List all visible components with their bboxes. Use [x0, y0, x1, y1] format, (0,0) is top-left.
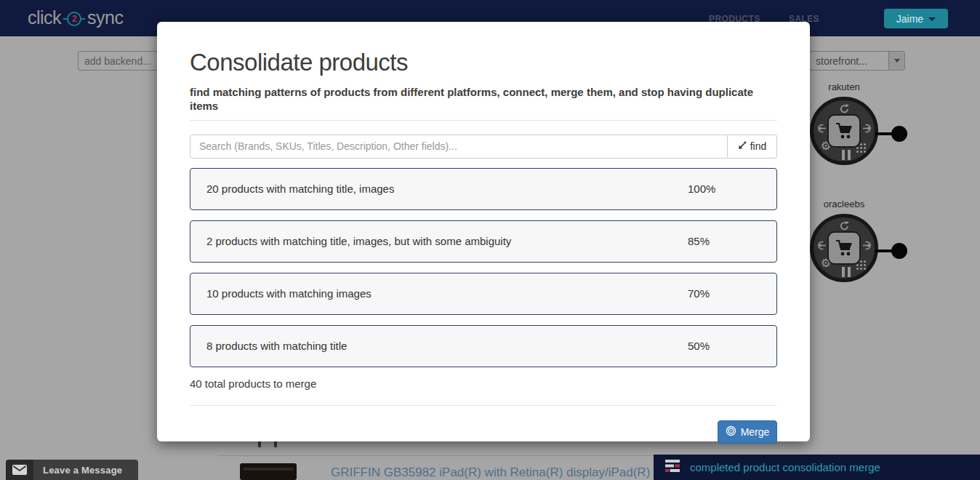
- divider: [190, 120, 777, 121]
- group-match-percent: 100%: [688, 183, 715, 195]
- sync-orb-icon: 2: [67, 12, 81, 26]
- match-groups: 20 products with matching title, images …: [190, 168, 777, 367]
- user-name: Jaime: [896, 13, 923, 25]
- logo-suffix: sync: [87, 7, 123, 28]
- envelope-icon: [6, 460, 33, 480]
- group-match-percent: 50%: [688, 340, 710, 352]
- group-label: 20 products with matching title, images: [206, 183, 394, 195]
- group-label: 2 products with matching title, images, …: [206, 235, 511, 247]
- search-input[interactable]: [190, 135, 728, 159]
- modal-subtitle: find matching patterns of products from …: [190, 85, 777, 113]
- logo-prefix: click: [28, 7, 61, 28]
- match-group-row[interactable]: 10 products with matching images 70%: [190, 273, 777, 315]
- merge-button[interactable]: Merge: [718, 420, 777, 444]
- match-group-row[interactable]: 8 products with matching title 50%: [190, 325, 777, 367]
- consolidate-products-modal: Consolidate products find matching patte…: [157, 22, 810, 441]
- find-button[interactable]: find: [728, 135, 777, 159]
- task-list-icon: [665, 460, 680, 475]
- match-group-row[interactable]: 20 products with matching title, images …: [190, 168, 777, 210]
- total-products-label: 40 total products to merge: [190, 377, 777, 390]
- divider: [190, 405, 777, 406]
- notification-bar[interactable]: completed product consolidation merge: [654, 455, 980, 480]
- search-group: find: [190, 135, 777, 159]
- compress-arrow-icon: [738, 140, 747, 152]
- concentric-circles-icon: [726, 425, 736, 439]
- chat-label: Leave a Message: [43, 465, 122, 476]
- caret-down-icon: [928, 17, 936, 21]
- group-label: 10 products with matching images: [206, 287, 371, 300]
- modal-title: Consolidate products: [190, 48, 777, 77]
- group-label: 8 products with matching title: [206, 340, 347, 352]
- modal-footer: Merge: [190, 420, 777, 444]
- find-label: find: [750, 140, 767, 152]
- app-logo[interactable]: click 2 sync: [28, 7, 124, 28]
- match-group-row[interactable]: 2 products with matching title, images, …: [190, 220, 777, 263]
- group-match-percent: 70%: [688, 287, 710, 300]
- group-match-percent: 85%: [688, 235, 710, 247]
- merge-label: Merge: [741, 426, 770, 438]
- notification-message: completed product consolidation merge: [690, 461, 880, 473]
- user-menu-button[interactable]: Jaime: [884, 9, 948, 28]
- chat-widget[interactable]: Leave a Message: [6, 460, 138, 480]
